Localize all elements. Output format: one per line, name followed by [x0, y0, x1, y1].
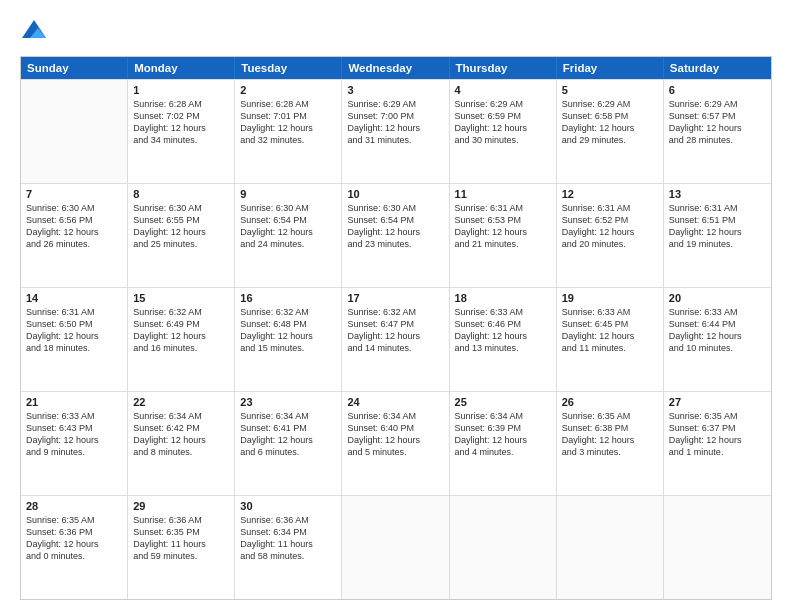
- calendar-cell: 7Sunrise: 6:30 AM Sunset: 6:56 PM Daylig…: [21, 184, 128, 287]
- calendar-row: 14Sunrise: 6:31 AM Sunset: 6:50 PM Dayli…: [21, 287, 771, 391]
- day-number: 17: [347, 292, 443, 304]
- day-number: 7: [26, 188, 122, 200]
- day-info: Sunrise: 6:36 AM Sunset: 6:35 PM Dayligh…: [133, 514, 229, 563]
- day-number: 20: [669, 292, 766, 304]
- day-info: Sunrise: 6:32 AM Sunset: 6:48 PM Dayligh…: [240, 306, 336, 355]
- logo-icon: [20, 18, 48, 46]
- day-info: Sunrise: 6:29 AM Sunset: 7:00 PM Dayligh…: [347, 98, 443, 147]
- day-info: Sunrise: 6:30 AM Sunset: 6:55 PM Dayligh…: [133, 202, 229, 251]
- day-number: 18: [455, 292, 551, 304]
- calendar-cell: 20Sunrise: 6:33 AM Sunset: 6:44 PM Dayli…: [664, 288, 771, 391]
- day-info: Sunrise: 6:29 AM Sunset: 6:59 PM Dayligh…: [455, 98, 551, 147]
- day-number: 11: [455, 188, 551, 200]
- calendar-cell: 10Sunrise: 6:30 AM Sunset: 6:54 PM Dayli…: [342, 184, 449, 287]
- day-info: Sunrise: 6:33 AM Sunset: 6:45 PM Dayligh…: [562, 306, 658, 355]
- day-info: Sunrise: 6:31 AM Sunset: 6:51 PM Dayligh…: [669, 202, 766, 251]
- day-info: Sunrise: 6:36 AM Sunset: 6:34 PM Dayligh…: [240, 514, 336, 563]
- day-number: 6: [669, 84, 766, 96]
- day-number: 25: [455, 396, 551, 408]
- calendar-cell: 5Sunrise: 6:29 AM Sunset: 6:58 PM Daylig…: [557, 80, 664, 183]
- calendar-cell: 3Sunrise: 6:29 AM Sunset: 7:00 PM Daylig…: [342, 80, 449, 183]
- day-info: Sunrise: 6:32 AM Sunset: 6:47 PM Dayligh…: [347, 306, 443, 355]
- day-info: Sunrise: 6:30 AM Sunset: 6:54 PM Dayligh…: [347, 202, 443, 251]
- calendar-row: 1Sunrise: 6:28 AM Sunset: 7:02 PM Daylig…: [21, 79, 771, 183]
- calendar-header-day: Saturday: [664, 57, 771, 79]
- calendar-cell: 12Sunrise: 6:31 AM Sunset: 6:52 PM Dayli…: [557, 184, 664, 287]
- calendar-cell: 4Sunrise: 6:29 AM Sunset: 6:59 PM Daylig…: [450, 80, 557, 183]
- day-number: 15: [133, 292, 229, 304]
- calendar-cell: 11Sunrise: 6:31 AM Sunset: 6:53 PM Dayli…: [450, 184, 557, 287]
- day-number: 24: [347, 396, 443, 408]
- calendar-header-day: Monday: [128, 57, 235, 79]
- calendar-cell: 18Sunrise: 6:33 AM Sunset: 6:46 PM Dayli…: [450, 288, 557, 391]
- day-number: 26: [562, 396, 658, 408]
- day-info: Sunrise: 6:28 AM Sunset: 7:02 PM Dayligh…: [133, 98, 229, 147]
- calendar-cell: 21Sunrise: 6:33 AM Sunset: 6:43 PM Dayli…: [21, 392, 128, 495]
- day-number: 30: [240, 500, 336, 512]
- day-number: 2: [240, 84, 336, 96]
- calendar-row: 28Sunrise: 6:35 AM Sunset: 6:36 PM Dayli…: [21, 495, 771, 599]
- calendar-cell: 27Sunrise: 6:35 AM Sunset: 6:37 PM Dayli…: [664, 392, 771, 495]
- day-info: Sunrise: 6:33 AM Sunset: 6:44 PM Dayligh…: [669, 306, 766, 355]
- day-number: 27: [669, 396, 766, 408]
- day-info: Sunrise: 6:28 AM Sunset: 7:01 PM Dayligh…: [240, 98, 336, 147]
- calendar-row: 7Sunrise: 6:30 AM Sunset: 6:56 PM Daylig…: [21, 183, 771, 287]
- day-number: 3: [347, 84, 443, 96]
- calendar-cell: 29Sunrise: 6:36 AM Sunset: 6:35 PM Dayli…: [128, 496, 235, 599]
- day-info: Sunrise: 6:34 AM Sunset: 6:39 PM Dayligh…: [455, 410, 551, 459]
- calendar-cell: 2Sunrise: 6:28 AM Sunset: 7:01 PM Daylig…: [235, 80, 342, 183]
- day-info: Sunrise: 6:35 AM Sunset: 6:36 PM Dayligh…: [26, 514, 122, 563]
- calendar-cell: 9Sunrise: 6:30 AM Sunset: 6:54 PM Daylig…: [235, 184, 342, 287]
- calendar-cell: [664, 496, 771, 599]
- day-info: Sunrise: 6:31 AM Sunset: 6:53 PM Dayligh…: [455, 202, 551, 251]
- day-number: 21: [26, 396, 122, 408]
- calendar-cell: 13Sunrise: 6:31 AM Sunset: 6:51 PM Dayli…: [664, 184, 771, 287]
- calendar: SundayMondayTuesdayWednesdayThursdayFrid…: [20, 56, 772, 600]
- day-number: 29: [133, 500, 229, 512]
- day-info: Sunrise: 6:34 AM Sunset: 6:41 PM Dayligh…: [240, 410, 336, 459]
- calendar-cell: [21, 80, 128, 183]
- calendar-cell: 15Sunrise: 6:32 AM Sunset: 6:49 PM Dayli…: [128, 288, 235, 391]
- calendar-row: 21Sunrise: 6:33 AM Sunset: 6:43 PM Dayli…: [21, 391, 771, 495]
- day-info: Sunrise: 6:33 AM Sunset: 6:43 PM Dayligh…: [26, 410, 122, 459]
- header: [20, 18, 772, 46]
- day-number: 22: [133, 396, 229, 408]
- calendar-header-day: Friday: [557, 57, 664, 79]
- day-info: Sunrise: 6:30 AM Sunset: 6:56 PM Dayligh…: [26, 202, 122, 251]
- day-info: Sunrise: 6:29 AM Sunset: 6:57 PM Dayligh…: [669, 98, 766, 147]
- calendar-header-day: Wednesday: [342, 57, 449, 79]
- day-info: Sunrise: 6:31 AM Sunset: 6:50 PM Dayligh…: [26, 306, 122, 355]
- calendar-cell: 6Sunrise: 6:29 AM Sunset: 6:57 PM Daylig…: [664, 80, 771, 183]
- calendar-header-day: Thursday: [450, 57, 557, 79]
- day-number: 14: [26, 292, 122, 304]
- day-number: 10: [347, 188, 443, 200]
- calendar-body: 1Sunrise: 6:28 AM Sunset: 7:02 PM Daylig…: [21, 79, 771, 599]
- day-number: 13: [669, 188, 766, 200]
- day-number: 4: [455, 84, 551, 96]
- calendar-cell: 14Sunrise: 6:31 AM Sunset: 6:50 PM Dayli…: [21, 288, 128, 391]
- calendar-cell: 1Sunrise: 6:28 AM Sunset: 7:02 PM Daylig…: [128, 80, 235, 183]
- calendar-cell: 22Sunrise: 6:34 AM Sunset: 6:42 PM Dayli…: [128, 392, 235, 495]
- calendar-cell: 23Sunrise: 6:34 AM Sunset: 6:41 PM Dayli…: [235, 392, 342, 495]
- calendar-cell: 16Sunrise: 6:32 AM Sunset: 6:48 PM Dayli…: [235, 288, 342, 391]
- calendar-header: SundayMondayTuesdayWednesdayThursdayFrid…: [21, 57, 771, 79]
- day-number: 23: [240, 396, 336, 408]
- calendar-cell: [450, 496, 557, 599]
- day-number: 16: [240, 292, 336, 304]
- day-info: Sunrise: 6:30 AM Sunset: 6:54 PM Dayligh…: [240, 202, 336, 251]
- day-number: 9: [240, 188, 336, 200]
- calendar-header-day: Tuesday: [235, 57, 342, 79]
- calendar-cell: 25Sunrise: 6:34 AM Sunset: 6:39 PM Dayli…: [450, 392, 557, 495]
- calendar-cell: 19Sunrise: 6:33 AM Sunset: 6:45 PM Dayli…: [557, 288, 664, 391]
- day-info: Sunrise: 6:34 AM Sunset: 6:42 PM Dayligh…: [133, 410, 229, 459]
- calendar-cell: 24Sunrise: 6:34 AM Sunset: 6:40 PM Dayli…: [342, 392, 449, 495]
- day-info: Sunrise: 6:35 AM Sunset: 6:38 PM Dayligh…: [562, 410, 658, 459]
- day-number: 1: [133, 84, 229, 96]
- day-info: Sunrise: 6:29 AM Sunset: 6:58 PM Dayligh…: [562, 98, 658, 147]
- calendar-cell: 30Sunrise: 6:36 AM Sunset: 6:34 PM Dayli…: [235, 496, 342, 599]
- logo: [20, 18, 52, 46]
- day-info: Sunrise: 6:32 AM Sunset: 6:49 PM Dayligh…: [133, 306, 229, 355]
- calendar-cell: 26Sunrise: 6:35 AM Sunset: 6:38 PM Dayli…: [557, 392, 664, 495]
- day-number: 19: [562, 292, 658, 304]
- day-number: 12: [562, 188, 658, 200]
